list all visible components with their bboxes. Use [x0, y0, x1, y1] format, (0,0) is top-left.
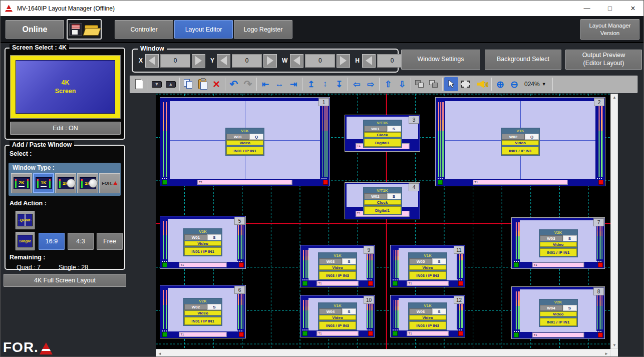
canvas-window-9[interactable]: T1 V1K W03S Video IN03 / IP IN3 9 [300, 245, 375, 287]
canvas-window-4[interactable]: T1 V/T1K W02S Clock Digital1 4 [345, 182, 420, 219]
tally-green-indicator [514, 262, 519, 267]
w-increment-button[interactable] [337, 54, 350, 68]
align-left-icon[interactable]: ⇤ [258, 77, 272, 91]
align-middle-vertical-icon[interactable]: ↕ [318, 77, 332, 91]
align-bottom-icon[interactable]: ↧ [332, 77, 346, 91]
window-settings-button[interactable]: Window Settings [401, 50, 480, 70]
x-spinner: X 0 [139, 54, 205, 68]
fora-logo-icon: FOR. [102, 181, 118, 186]
zoom-dropdown-icon[interactable]: ▼ [542, 82, 546, 87]
window-source-text: Video [540, 242, 577, 247]
canvas-window-5[interactable]: T1 V2K W01S Video IN01 / IP IN1 5 [160, 216, 246, 269]
window-info-label: V1K W03S Video IN03 / IP IN3 [318, 252, 357, 280]
tally-bar: T1 [407, 281, 449, 286]
add-single-button[interactable]: Single [16, 232, 35, 250]
window-mode-text: S [387, 126, 401, 132]
window-number-badge: 3 [409, 116, 419, 124]
fit-width-right-icon[interactable]: ⇨ [364, 77, 378, 91]
window-source-text: Clock [364, 200, 401, 205]
y-decrement-button[interactable] [217, 54, 230, 68]
zoom-in-icon[interactable]: ⊕ [493, 77, 507, 91]
paste-icon[interactable] [195, 77, 209, 91]
marquee-select-icon[interactable] [458, 77, 472, 91]
fit-height-top-icon[interactable]: ⇧ [381, 77, 395, 91]
zoom-level-value[interactable]: 024% [524, 81, 540, 88]
zoom-out-icon[interactable]: ⊖ [507, 77, 521, 91]
aspect-16-9-button[interactable]: 16:9 [39, 233, 65, 250]
vertical-scrollbar[interactable]: ▲ ▼ [610, 94, 618, 349]
audio-speaker-icon[interactable]: ))) [476, 77, 490, 91]
delete-icon[interactable]: × [209, 77, 223, 91]
save-icon[interactable] [69, 23, 82, 36]
align-right-icon[interactable]: ⇥ [286, 77, 300, 91]
close-button[interactable]: × [621, 1, 644, 16]
window-source-text: Video [409, 315, 446, 320]
maximize-button[interactable]: □ [598, 1, 621, 16]
align-center-horizontal-icon[interactable]: ↔ [272, 77, 286, 91]
screen-preview-4k[interactable]: 4K Screen [10, 55, 121, 119]
window-source-text: Video [319, 265, 356, 270]
canvas-window-6[interactable]: T1 V2K W02S Video IN01 / IP IN1 6 [160, 285, 246, 338]
horizontal-scrollbar[interactable]: ◄ ► [156, 349, 610, 357]
window-mode-text: S [432, 258, 446, 264]
edit-on-button[interactable]: Edit : ON [10, 122, 121, 135]
canvas-window-11[interactable]: T1 V1K W05S Video IN03 / IP IN3 11 [390, 245, 465, 287]
tab-controller[interactable]: Controller [115, 20, 173, 39]
canvas-window-8[interactable]: T1 V2K W04S Video IN01 / IP IN1 8 [511, 286, 605, 339]
monitor-upload-icon[interactable]: ▲ [164, 77, 178, 91]
monitor-download-icon[interactable]: ▼ [150, 77, 164, 91]
add-quad-button[interactable]: Quad [16, 211, 35, 229]
window-type-video-1k[interactable]: 1K [33, 173, 54, 193]
canvas-window-2[interactable]: T1 V1K W02Q Video IN01 / IP IN1 2 [435, 97, 605, 186]
canvas-window-12[interactable]: T1 V1K W06S Video IN03 / IP IN3 12 [390, 295, 465, 337]
window-type-clock-2k[interactable]: 2K [55, 173, 76, 193]
tally-green-indicator [162, 262, 167, 267]
window-type-clock-1k[interactable]: 1K [77, 173, 98, 193]
undo-icon[interactable]: ↶ [227, 77, 241, 91]
send-backward-icon[interactable] [427, 77, 441, 91]
align-top-icon[interactable]: ↥ [304, 77, 318, 91]
w-decrement-button[interactable] [290, 54, 303, 68]
fit-height-bottom-icon[interactable]: ⇩ [395, 77, 409, 91]
audio-meter-right-icon [457, 250, 463, 278]
output-preview-button[interactable]: Output Preview (Editor Layout) [565, 50, 642, 70]
x-decrement-button[interactable] [145, 54, 159, 68]
canvas-window-10[interactable]: T1 V1K W04S Video IN03 / IP IN3 10 [300, 295, 375, 337]
redo-icon[interactable]: ↷ [241, 77, 255, 91]
y-increment-button[interactable] [263, 54, 277, 68]
h-decrement-button[interactable] [362, 54, 376, 68]
full-screen-layout-button[interactable]: 4K Full Screen Layout [4, 274, 126, 287]
online-button[interactable]: Online [6, 20, 64, 39]
copy-icon[interactable] [181, 77, 195, 91]
remaining-quad: Quad : 7 [17, 264, 41, 271]
w-value-field[interactable]: 0 [305, 54, 335, 68]
y-value-field[interactable]: 0 [232, 54, 262, 68]
window-type-logo[interactable]: FOR. [99, 173, 120, 193]
bring-forward-icon[interactable] [413, 77, 427, 91]
audio-meter-right-icon [596, 291, 602, 329]
select-cursor-icon[interactable] [444, 77, 458, 91]
layout-manager-version-button[interactable]: Layout Manager Version [580, 19, 639, 40]
single-icon: Single [18, 235, 33, 247]
new-layout-icon[interactable] [132, 77, 146, 91]
open-folder-icon[interactable] [84, 24, 99, 36]
x-increment-button[interactable] [192, 54, 205, 68]
tab-layout-editor[interactable]: Layout Editor [174, 20, 233, 39]
canvas-window-1[interactable]: T1 V1K W01Q Video IN01 / IP IN1 1 [160, 97, 330, 186]
aspect-4-3-button[interactable]: 4:3 [68, 233, 94, 250]
aspect-free-button[interactable]: Free [97, 233, 123, 250]
x-value-field[interactable]: 0 [160, 54, 190, 68]
layout-canvas[interactable]: T1 V1K W01Q Video IN01 / IP IN1 1T1 V1K … [156, 94, 610, 349]
background-select-button[interactable]: Background Select [485, 50, 561, 70]
canvas-window-7[interactable]: T1 V2K W03S Video IN01 / IP IN1 7 [511, 217, 605, 269]
monitor-1k-icon: 1K [36, 177, 52, 189]
window-source-text: Video [226, 140, 263, 145]
tab-logo-register[interactable]: Logo Register [234, 20, 292, 39]
clock-1k-icon: 1K [80, 177, 96, 189]
canvas-window-3[interactable]: T1 V/T1K W01S Clock Digital1 3 [345, 115, 420, 152]
audio-meter-left-icon [302, 300, 308, 328]
minimize-button[interactable]: — [575, 1, 598, 16]
fit-width-left-icon[interactable]: ⇦ [350, 77, 364, 91]
screen-select-panel: Screen Select : 4K 4K Screen Edit : ON [5, 48, 125, 140]
window-type-video-2k[interactable]: 2K [11, 173, 32, 193]
